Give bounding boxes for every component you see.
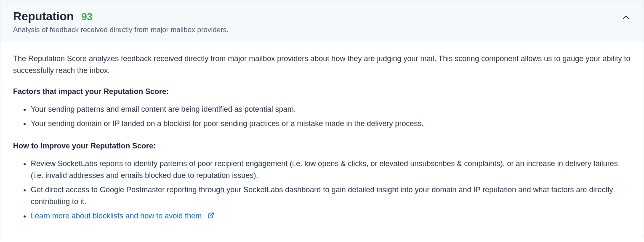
panel-header[interactable]: Reputation 93 Analysis of feedback recei…: [0, 0, 644, 42]
list-item: Your sending patterns and email content …: [31, 104, 631, 116]
intro-paragraph: The Reputation Score analyzes feedback r…: [13, 53, 631, 77]
link-text: Learn more about blocklists and how to a…: [31, 212, 204, 220]
reputation-score: 93: [81, 11, 93, 23]
improve-list: Review SocketLabs reports to identify pa…: [13, 158, 631, 222]
panel-title: Reputation: [13, 10, 74, 23]
list-item: Learn more about blocklists and how to a…: [31, 210, 631, 223]
chevron-up-icon[interactable]: [621, 12, 631, 22]
factors-heading: Factors that impact your Reputation Scor…: [13, 86, 631, 98]
list-item: Review SocketLabs reports to identify pa…: [31, 158, 631, 182]
external-link-icon: [208, 211, 214, 223]
list-item: Your sending domain or IP landed on a bl…: [31, 118, 631, 130]
title-row: Reputation 93: [13, 10, 229, 23]
panel-subtitle: Analysis of feedback received directly f…: [13, 26, 229, 34]
improve-heading: How to improve your Reputation Score:: [13, 140, 631, 152]
svg-line-0: [210, 213, 213, 216]
header-left: Reputation 93 Analysis of feedback recei…: [13, 10, 229, 34]
blocklist-link[interactable]: Learn more about blocklists and how to a…: [31, 212, 214, 220]
reputation-panel: Reputation 93 Analysis of feedback recei…: [0, 0, 644, 238]
list-item: Get direct access to Google Postmaster r…: [31, 184, 631, 208]
panel-body: The Reputation Score analyzes feedback r…: [0, 42, 644, 238]
factors-list: Your sending patterns and email content …: [13, 104, 631, 130]
